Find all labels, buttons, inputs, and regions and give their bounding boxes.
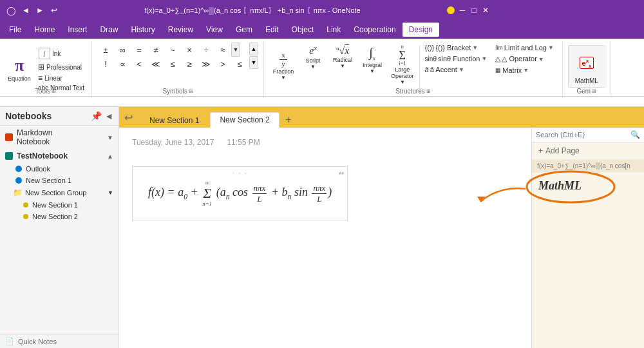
fraction-btn[interactable]: x y Fraction ▼: [269, 43, 298, 82]
back-nav-btn[interactable]: ↩: [119, 107, 137, 128]
professional-btn[interactable]: ⊞ Professional: [36, 62, 86, 72]
sym-gte[interactable]: ≥: [181, 57, 198, 71]
mathml-btn[interactable]: exx MathML: [568, 45, 605, 88]
script-btn[interactable]: ex Script ▼: [299, 43, 327, 72]
notebook-test[interactable]: TestNotebook ▲: [0, 149, 118, 163]
sidebar-collapse-icon[interactable]: ◄: [104, 111, 113, 121]
sidebar-header-icons[interactable]: 📌 ◄: [91, 111, 113, 121]
maximize-btn[interactable]: □: [469, 5, 479, 15]
section-group-new[interactable]: 📁 New Section Group ▼: [0, 186, 118, 199]
operator-dropdown-icon: ▼: [538, 56, 544, 63]
sym-lt[interactable]: <: [131, 57, 147, 71]
menu-link[interactable]: Link: [320, 23, 347, 37]
page-preview-1[interactable]: f(x)=a_0+∑_(n=1)^∞▒(a_n cos[n: [532, 160, 644, 173]
sym-llt[interactable]: ≪: [147, 57, 164, 71]
menu-file[interactable]: File: [3, 23, 28, 37]
sym-ggt[interactable]: ≫: [198, 57, 214, 71]
bracket-btn[interactable]: {()} {()} Bracket ▼: [422, 43, 491, 53]
ribbon-label-row: [0, 97, 644, 107]
tab-section-2-label: New Section 2: [220, 115, 269, 124]
radical-btn[interactable]: n√x Radical ▼: [328, 43, 357, 71]
sym-lte[interactable]: ≤: [164, 57, 181, 71]
menu-object[interactable]: Object: [285, 23, 321, 37]
sym-eq[interactable]: =: [131, 43, 147, 57]
large-operator-btn[interactable]: n Σ i=1 LargeOperator ▼: [388, 43, 417, 87]
ink-equation-icon: ∫: [39, 48, 50, 59]
page-content: Tuesday, June 13, 2017 11:55 PM · · · ⇔ …: [119, 128, 531, 348]
menu-bar: File Home Insert Draw History Review Vie…: [0, 21, 644, 39]
tab-add-btn[interactable]: +: [281, 112, 296, 128]
menu-insert[interactable]: Insert: [61, 23, 93, 37]
add-page-label: Add Page: [545, 146, 580, 155]
quick-notes-btn[interactable]: 📄 Quick Notes: [0, 334, 118, 348]
search-input[interactable]: [536, 131, 630, 139]
sub-section-1[interactable]: New Section 1: [0, 199, 118, 211]
menu-cooperation[interactable]: Cooperation: [347, 23, 402, 37]
title-bar-controls[interactable]: ◯ ◄ ► ↩: [5, 5, 59, 16]
matrix-dropdown-icon: ▼: [523, 67, 529, 73]
sym-prop[interactable]: ∝: [114, 57, 131, 71]
test-expand-icon[interactable]: ▲: [107, 153, 113, 160]
close-btn[interactable]: ✕: [480, 5, 491, 15]
matrix-btn[interactable]: ▦ Matrix ▼: [492, 65, 556, 75]
search-icon[interactable]: 🔍: [630, 130, 640, 139]
sym-bang[interactable]: !: [97, 57, 114, 71]
add-page-plus-icon: +: [538, 146, 543, 155]
menu-draw[interactable]: Draw: [93, 23, 124, 37]
sym-times[interactable]: ×: [181, 43, 198, 57]
section-outlook[interactable]: Outlook: [0, 163, 118, 175]
operator-btn[interactable]: △ △ Operator ▼: [492, 53, 556, 64]
sub-section-2[interactable]: New Section 2: [0, 211, 118, 222]
sym-lte2[interactable]: ≤: [231, 57, 248, 71]
sym-tilde[interactable]: ~: [164, 43, 181, 57]
ink-equation-btn[interactable]: ∫ Ink: [36, 46, 86, 61]
forward-btn[interactable]: ►: [35, 5, 45, 15]
sym-approx[interactable]: ≈: [214, 43, 231, 57]
professional-label: Professional: [46, 64, 82, 71]
sym-neq[interactable]: ≠: [147, 43, 164, 57]
scroll-up-btn[interactable]: ▲: [249, 43, 258, 55]
sym-gt[interactable]: >: [214, 57, 231, 71]
linear-btn[interactable]: ≡ Linear: [36, 73, 86, 83]
function-btn[interactable]: sinθ sinθ Function ▼: [422, 53, 491, 64]
operator-icon: △: [495, 55, 500, 63]
minimize-btn[interactable]: ─: [457, 5, 468, 15]
scroll-down-btn[interactable]: ▼: [249, 56, 258, 69]
outlook-label: Outlook: [26, 165, 50, 173]
menu-view[interactable]: View: [200, 23, 229, 37]
undo-btn[interactable]: ↩: [49, 5, 59, 15]
quick-notes-icon: 📄: [5, 337, 14, 345]
accent-btn[interactable]: ä ä Accent ▼: [422, 64, 491, 75]
sym-inf[interactable]: ∞: [114, 43, 131, 57]
add-page-btn[interactable]: + Add Page: [532, 142, 644, 160]
radical-dropdown-icon: ▼: [340, 63, 345, 69]
limit-log-btn[interactable]: lim Limit and Log ▼: [492, 43, 556, 53]
limit-log-icon: lim: [495, 44, 503, 51]
fraction-icon: x y: [279, 44, 287, 68]
bracket-icon: {()}: [425, 44, 435, 52]
menu-home[interactable]: Home: [28, 23, 61, 37]
menu-gem[interactable]: Gem: [229, 23, 259, 37]
expand-icon[interactable]: ⇔: [338, 169, 343, 177]
menu-history[interactable]: History: [124, 23, 161, 37]
notebook-markdown[interactable]: MarkdownNotebook ▼: [0, 126, 118, 149]
integral-btn[interactable]: ∫x Integral ▼: [358, 43, 386, 76]
markdown-expand-icon[interactable]: ▼: [107, 134, 113, 141]
section-new1[interactable]: New Section 1: [0, 175, 118, 186]
equation-btn[interactable]: π Equation: [5, 54, 33, 84]
tab-section-2[interactable]: New Section 2: [210, 112, 279, 128]
equation-box[interactable]: · · · ⇔ f(x) = a0 + ∞ Σ n=1 (an cos nπx …: [132, 166, 348, 220]
menu-review[interactable]: Review: [162, 23, 200, 37]
menu-edit[interactable]: Edit: [259, 23, 285, 37]
sym-excl[interactable]: ▼: [231, 43, 240, 57]
menu-design[interactable]: Design: [402, 23, 439, 37]
main-area: Notebooks 📌 ◄ MarkdownNotebook ▼ TestNot…: [0, 107, 644, 348]
sidebar-pin-icon[interactable]: 📌: [91, 111, 102, 121]
back-btn[interactable]: ◄: [21, 5, 31, 15]
tab-section-1[interactable]: New Section 1: [140, 113, 209, 128]
sym-div[interactable]: ÷: [198, 43, 214, 57]
group-icon: 📁: [13, 188, 23, 197]
sym-plus[interactable]: ±: [97, 43, 114, 57]
markdown-notebook-color: [5, 133, 13, 141]
group-expand-icon[interactable]: ▼: [108, 189, 113, 196]
